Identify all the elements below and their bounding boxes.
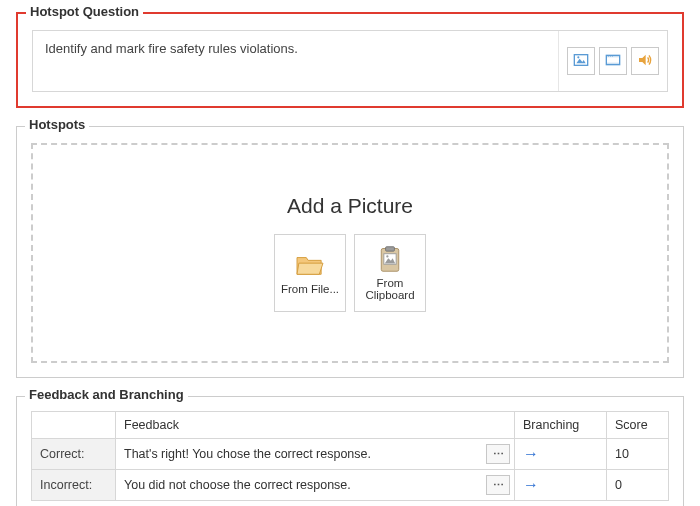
feedback-cell-correct[interactable]: That's right! You chose the correct resp… (116, 439, 515, 470)
svg-point-6 (608, 55, 609, 56)
insert-video-button[interactable] (599, 47, 627, 75)
add-picture-heading: Add a Picture (287, 194, 413, 218)
feedback-cell-incorrect[interactable]: You did not choose the correct response.… (116, 470, 515, 501)
hotspot-question-panel: Hotspot Question Identify and mark fire … (16, 12, 684, 108)
row-label-incorrect: Incorrect: (32, 470, 116, 501)
insert-audio-button[interactable] (631, 47, 659, 75)
from-file-label: From File... (281, 283, 339, 295)
col-feedback: Feedback (116, 412, 515, 439)
hotspots-title: Hotspots (25, 117, 89, 132)
insert-image-button[interactable] (567, 47, 595, 75)
edit-feedback-button[interactable]: ⋯ (486, 475, 510, 495)
feedback-branching-title: Feedback and Branching (25, 387, 188, 402)
folder-icon (294, 251, 326, 279)
arrow-right-icon: → (523, 445, 539, 462)
feedback-text-correct: That's right! You chose the correct resp… (124, 447, 371, 461)
media-buttons (558, 31, 667, 91)
svg-point-14 (386, 255, 388, 257)
svg-point-2 (577, 56, 579, 58)
svg-point-8 (612, 55, 613, 56)
edit-feedback-button[interactable]: ⋯ (486, 444, 510, 464)
question-row: Identify and mark fire safety rules viol… (32, 30, 668, 92)
hotspots-panel: Hotspots Add a Picture From File... From… (16, 126, 684, 378)
score-cell-incorrect[interactable]: 0 (607, 470, 669, 501)
svg-point-7 (610, 55, 611, 56)
add-picture-dropzone[interactable]: Add a Picture From File... From Clipboar… (31, 143, 669, 363)
svg-rect-11 (386, 247, 395, 251)
clipboard-icon (374, 245, 406, 273)
score-cell-correct[interactable]: 10 (607, 439, 669, 470)
col-branching: Branching (515, 412, 607, 439)
table-row: Incorrect: You did not choose the correc… (32, 470, 669, 501)
from-clipboard-button[interactable]: From Clipboard (354, 234, 426, 312)
branching-cell-incorrect[interactable]: → (515, 470, 607, 501)
svg-marker-9 (639, 54, 646, 65)
from-clipboard-label: From Clipboard (357, 277, 423, 301)
feedback-branching-panel: Feedback and Branching Feedback Branchin… (16, 396, 684, 506)
hotspot-question-title: Hotspot Question (26, 4, 143, 19)
question-text-input[interactable]: Identify and mark fire safety rules viol… (33, 31, 558, 91)
svg-marker-1 (576, 58, 585, 63)
feedback-text-incorrect: You did not choose the correct response. (124, 478, 351, 492)
svg-rect-5 (606, 62, 619, 64)
feedback-table: Feedback Branching Score Correct: That's… (31, 411, 669, 501)
image-icon (573, 52, 589, 71)
video-icon (605, 52, 621, 71)
col-score: Score (607, 412, 669, 439)
audio-icon (637, 52, 653, 71)
col-blank (32, 412, 116, 439)
arrow-right-icon: → (523, 476, 539, 493)
branching-cell-correct[interactable]: → (515, 439, 607, 470)
svg-rect-0 (574, 54, 587, 65)
from-file-button[interactable]: From File... (274, 234, 346, 312)
row-label-correct: Correct: (32, 439, 116, 470)
picture-source-buttons: From File... From Clipboard (274, 234, 426, 312)
table-row: Correct: That's right! You chose the cor… (32, 439, 669, 470)
